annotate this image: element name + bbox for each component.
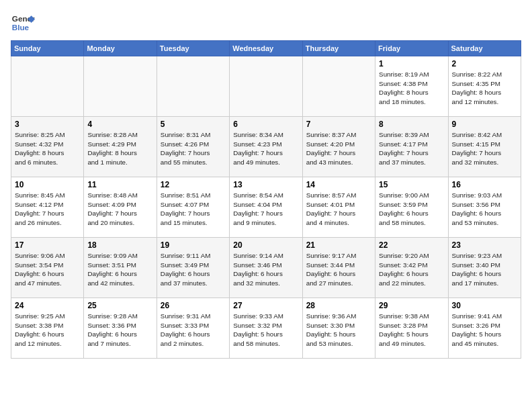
calendar-cell: 18Sunrise: 9:09 AM Sunset: 3:51 PM Dayli… <box>84 238 157 298</box>
logo-icon: General Blue <box>11 11 35 35</box>
day-number: 11 <box>87 180 152 189</box>
calendar-cell <box>11 56 84 117</box>
calendar-cell: 21Sunrise: 9:17 AM Sunset: 3:44 PM Dayli… <box>302 238 375 298</box>
calendar-cell: 23Sunrise: 9:23 AM Sunset: 3:40 PM Dayli… <box>448 238 521 298</box>
day-number: 23 <box>452 240 517 250</box>
day-info: Sunrise: 8:22 AM Sunset: 4:35 PM Dayligh… <box>452 70 517 107</box>
day-number: 10 <box>15 180 80 189</box>
day-number: 12 <box>161 180 226 189</box>
day-info: Sunrise: 9:14 AM Sunset: 3:46 PM Dayligh… <box>233 251 298 288</box>
day-info: Sunrise: 9:11 AM Sunset: 3:49 PM Dayligh… <box>161 251 226 288</box>
day-number: 6 <box>233 120 298 129</box>
calendar-cell <box>230 56 302 117</box>
weekday-header: Thursday <box>302 41 375 56</box>
day-info: Sunrise: 8:57 AM Sunset: 4:01 PM Dayligh… <box>306 191 371 228</box>
calendar-cell: 14Sunrise: 8:57 AM Sunset: 4:01 PM Dayli… <box>302 177 375 238</box>
calendar-cell: 8Sunrise: 8:39 AM Sunset: 4:17 PM Daylig… <box>375 117 448 177</box>
svg-text:Blue: Blue <box>12 23 30 32</box>
calendar-cell: 13Sunrise: 8:54 AM Sunset: 4:04 PM Dayli… <box>230 177 302 238</box>
calendar-cell: 16Sunrise: 9:03 AM Sunset: 3:56 PM Dayli… <box>448 177 521 238</box>
day-info: Sunrise: 9:36 AM Sunset: 3:30 PM Dayligh… <box>306 312 371 349</box>
calendar-cell: 3Sunrise: 8:25 AM Sunset: 4:32 PM Daylig… <box>11 117 84 177</box>
weekday-header: Friday <box>375 41 448 56</box>
calendar-header-row: SundayMondayTuesdayWednesdayThursdayFrid… <box>11 41 521 56</box>
calendar-cell: 15Sunrise: 9:00 AM Sunset: 3:59 PM Dayli… <box>375 177 448 238</box>
day-info: Sunrise: 9:03 AM Sunset: 3:56 PM Dayligh… <box>452 191 517 228</box>
day-info: Sunrise: 8:51 AM Sunset: 4:07 PM Dayligh… <box>161 191 226 228</box>
day-number: 8 <box>379 120 444 129</box>
day-info: Sunrise: 9:09 AM Sunset: 3:51 PM Dayligh… <box>87 251 152 288</box>
weekday-header: Saturday <box>448 41 521 56</box>
day-number: 25 <box>87 301 152 310</box>
day-info: Sunrise: 9:00 AM Sunset: 3:59 PM Dayligh… <box>379 191 444 228</box>
calendar-week-row: 3Sunrise: 8:25 AM Sunset: 4:32 PM Daylig… <box>11 117 521 177</box>
day-info: Sunrise: 8:28 AM Sunset: 4:29 PM Dayligh… <box>87 130 152 167</box>
day-info: Sunrise: 8:39 AM Sunset: 4:17 PM Dayligh… <box>379 130 444 167</box>
day-info: Sunrise: 9:38 AM Sunset: 3:28 PM Dayligh… <box>379 312 444 349</box>
calendar-cell: 30Sunrise: 9:41 AM Sunset: 3:26 PM Dayli… <box>448 298 521 359</box>
calendar-table: SundayMondayTuesdayWednesdayThursdayFrid… <box>11 40 521 359</box>
weekday-header: Monday <box>84 41 157 56</box>
day-number: 15 <box>379 180 444 189</box>
day-number: 2 <box>452 59 517 68</box>
day-number: 21 <box>306 240 371 250</box>
day-number: 28 <box>306 301 371 310</box>
calendar-cell: 22Sunrise: 9:20 AM Sunset: 3:42 PM Dayli… <box>375 238 448 298</box>
calendar-cell: 25Sunrise: 9:28 AM Sunset: 3:36 PM Dayli… <box>84 298 157 359</box>
calendar-cell: 2Sunrise: 8:22 AM Sunset: 4:35 PM Daylig… <box>448 56 521 117</box>
day-number: 7 <box>306 120 371 129</box>
day-info: Sunrise: 9:17 AM Sunset: 3:44 PM Dayligh… <box>306 251 371 288</box>
day-info: Sunrise: 8:37 AM Sunset: 4:20 PM Dayligh… <box>306 130 371 167</box>
calendar-cell: 7Sunrise: 8:37 AM Sunset: 4:20 PM Daylig… <box>302 117 375 177</box>
day-info: Sunrise: 8:31 AM Sunset: 4:26 PM Dayligh… <box>161 130 226 167</box>
logo: General Blue <box>11 11 35 35</box>
day-number: 4 <box>87 120 152 129</box>
calendar-week-row: 10Sunrise: 8:45 AM Sunset: 4:12 PM Dayli… <box>11 177 521 238</box>
day-number: 20 <box>233 240 298 250</box>
calendar-cell: 12Sunrise: 8:51 AM Sunset: 4:07 PM Dayli… <box>157 177 229 238</box>
calendar-cell: 1Sunrise: 8:19 AM Sunset: 4:38 PM Daylig… <box>375 56 448 117</box>
day-info: Sunrise: 9:20 AM Sunset: 3:42 PM Dayligh… <box>379 251 444 288</box>
day-info: Sunrise: 9:23 AM Sunset: 3:40 PM Dayligh… <box>452 251 517 288</box>
day-info: Sunrise: 9:41 AM Sunset: 3:26 PM Dayligh… <box>452 312 517 349</box>
calendar-cell: 6Sunrise: 8:34 AM Sunset: 4:23 PM Daylig… <box>230 117 302 177</box>
day-info: Sunrise: 9:31 AM Sunset: 3:33 PM Dayligh… <box>161 312 226 349</box>
day-info: Sunrise: 8:48 AM Sunset: 4:09 PM Dayligh… <box>87 191 152 228</box>
calendar-cell <box>84 56 157 117</box>
day-number: 13 <box>233 180 298 189</box>
calendar-cell: 28Sunrise: 9:36 AM Sunset: 3:30 PM Dayli… <box>302 298 375 359</box>
weekday-header: Sunday <box>11 41 84 56</box>
calendar-cell: 24Sunrise: 9:25 AM Sunset: 3:38 PM Dayli… <box>11 298 84 359</box>
day-number: 26 <box>161 301 226 310</box>
weekday-header: Wednesday <box>230 41 302 56</box>
day-number: 9 <box>452 120 517 129</box>
day-number: 14 <box>306 180 371 189</box>
day-number: 1 <box>379 59 444 68</box>
day-number: 17 <box>15 240 80 250</box>
calendar-cell <box>302 56 375 117</box>
calendar-cell: 4Sunrise: 8:28 AM Sunset: 4:29 PM Daylig… <box>84 117 157 177</box>
day-number: 22 <box>379 240 444 250</box>
day-info: Sunrise: 9:25 AM Sunset: 3:38 PM Dayligh… <box>15 312 80 349</box>
calendar-cell: 17Sunrise: 9:06 AM Sunset: 3:54 PM Dayli… <box>11 238 84 298</box>
day-info: Sunrise: 8:54 AM Sunset: 4:04 PM Dayligh… <box>233 191 298 228</box>
day-info: Sunrise: 8:25 AM Sunset: 4:32 PM Dayligh… <box>15 130 80 167</box>
calendar-cell: 10Sunrise: 8:45 AM Sunset: 4:12 PM Dayli… <box>11 177 84 238</box>
day-number: 5 <box>161 120 226 129</box>
day-info: Sunrise: 9:28 AM Sunset: 3:36 PM Dayligh… <box>87 312 152 349</box>
day-number: 27 <box>233 301 298 310</box>
day-info: Sunrise: 8:34 AM Sunset: 4:23 PM Dayligh… <box>233 130 298 167</box>
page-header: General Blue <box>11 11 521 35</box>
calendar-cell: 11Sunrise: 8:48 AM Sunset: 4:09 PM Dayli… <box>84 177 157 238</box>
calendar-cell: 9Sunrise: 8:42 AM Sunset: 4:15 PM Daylig… <box>448 117 521 177</box>
day-number: 24 <box>15 301 80 310</box>
day-number: 16 <box>452 180 517 189</box>
calendar-week-row: 1Sunrise: 8:19 AM Sunset: 4:38 PM Daylig… <box>11 56 521 117</box>
calendar-cell: 5Sunrise: 8:31 AM Sunset: 4:26 PM Daylig… <box>157 117 229 177</box>
calendar-week-row: 24Sunrise: 9:25 AM Sunset: 3:38 PM Dayli… <box>11 298 521 359</box>
day-info: Sunrise: 8:45 AM Sunset: 4:12 PM Dayligh… <box>15 191 80 228</box>
day-number: 19 <box>161 240 226 250</box>
calendar-cell <box>157 56 229 117</box>
calendar-cell: 27Sunrise: 9:33 AM Sunset: 3:32 PM Dayli… <box>230 298 302 359</box>
weekday-header: Tuesday <box>157 41 229 56</box>
